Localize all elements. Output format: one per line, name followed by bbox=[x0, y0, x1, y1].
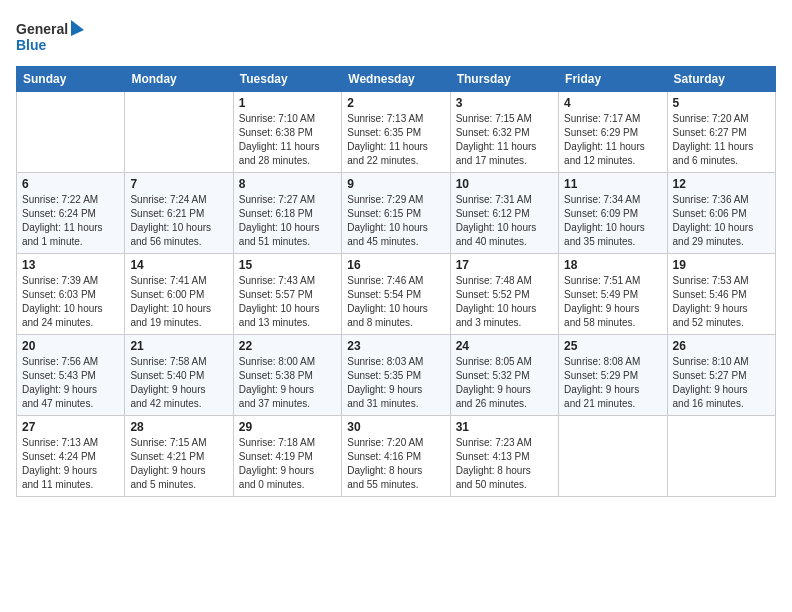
calendar-cell: 8Sunrise: 7:27 AM Sunset: 6:18 PM Daylig… bbox=[233, 173, 341, 254]
calendar-cell: 20Sunrise: 7:56 AM Sunset: 5:43 PM Dayli… bbox=[17, 335, 125, 416]
calendar-cell: 25Sunrise: 8:08 AM Sunset: 5:29 PM Dayli… bbox=[559, 335, 667, 416]
calendar-cell: 7Sunrise: 7:24 AM Sunset: 6:21 PM Daylig… bbox=[125, 173, 233, 254]
day-info: Sunrise: 7:36 AM Sunset: 6:06 PM Dayligh… bbox=[673, 193, 770, 249]
dow-header-sunday: Sunday bbox=[17, 67, 125, 92]
calendar-cell: 10Sunrise: 7:31 AM Sunset: 6:12 PM Dayli… bbox=[450, 173, 558, 254]
svg-text:Blue: Blue bbox=[16, 37, 47, 53]
day-info: Sunrise: 7:23 AM Sunset: 4:13 PM Dayligh… bbox=[456, 436, 553, 492]
calendar-cell: 31Sunrise: 7:23 AM Sunset: 4:13 PM Dayli… bbox=[450, 416, 558, 497]
day-number: 11 bbox=[564, 177, 661, 191]
day-number: 6 bbox=[22, 177, 119, 191]
day-number: 15 bbox=[239, 258, 336, 272]
day-info: Sunrise: 7:56 AM Sunset: 5:43 PM Dayligh… bbox=[22, 355, 119, 411]
day-number: 4 bbox=[564, 96, 661, 110]
day-number: 24 bbox=[456, 339, 553, 353]
calendar-cell: 15Sunrise: 7:43 AM Sunset: 5:57 PM Dayli… bbox=[233, 254, 341, 335]
calendar-week-4: 20Sunrise: 7:56 AM Sunset: 5:43 PM Dayli… bbox=[17, 335, 776, 416]
dow-header-thursday: Thursday bbox=[450, 67, 558, 92]
calendar-week-3: 13Sunrise: 7:39 AM Sunset: 6:03 PM Dayli… bbox=[17, 254, 776, 335]
day-info: Sunrise: 7:46 AM Sunset: 5:54 PM Dayligh… bbox=[347, 274, 444, 330]
day-info: Sunrise: 7:24 AM Sunset: 6:21 PM Dayligh… bbox=[130, 193, 227, 249]
calendar-cell: 2Sunrise: 7:13 AM Sunset: 6:35 PM Daylig… bbox=[342, 92, 450, 173]
day-info: Sunrise: 7:34 AM Sunset: 6:09 PM Dayligh… bbox=[564, 193, 661, 249]
day-info: Sunrise: 7:31 AM Sunset: 6:12 PM Dayligh… bbox=[456, 193, 553, 249]
day-info: Sunrise: 8:00 AM Sunset: 5:38 PM Dayligh… bbox=[239, 355, 336, 411]
dow-header-wednesday: Wednesday bbox=[342, 67, 450, 92]
day-number: 22 bbox=[239, 339, 336, 353]
day-number: 13 bbox=[22, 258, 119, 272]
logo: GeneralBlue bbox=[16, 16, 86, 58]
day-info: Sunrise: 7:29 AM Sunset: 6:15 PM Dayligh… bbox=[347, 193, 444, 249]
day-info: Sunrise: 7:43 AM Sunset: 5:57 PM Dayligh… bbox=[239, 274, 336, 330]
day-info: Sunrise: 8:08 AM Sunset: 5:29 PM Dayligh… bbox=[564, 355, 661, 411]
day-number: 29 bbox=[239, 420, 336, 434]
calendar-cell: 3Sunrise: 7:15 AM Sunset: 6:32 PM Daylig… bbox=[450, 92, 558, 173]
day-number: 25 bbox=[564, 339, 661, 353]
calendar-week-1: 1Sunrise: 7:10 AM Sunset: 6:38 PM Daylig… bbox=[17, 92, 776, 173]
day-info: Sunrise: 7:48 AM Sunset: 5:52 PM Dayligh… bbox=[456, 274, 553, 330]
calendar-cell: 5Sunrise: 7:20 AM Sunset: 6:27 PM Daylig… bbox=[667, 92, 775, 173]
day-number: 30 bbox=[347, 420, 444, 434]
calendar-cell: 13Sunrise: 7:39 AM Sunset: 6:03 PM Dayli… bbox=[17, 254, 125, 335]
day-number: 5 bbox=[673, 96, 770, 110]
calendar-cell: 1Sunrise: 7:10 AM Sunset: 6:38 PM Daylig… bbox=[233, 92, 341, 173]
dow-header-monday: Monday bbox=[125, 67, 233, 92]
calendar-cell: 19Sunrise: 7:53 AM Sunset: 5:46 PM Dayli… bbox=[667, 254, 775, 335]
day-info: Sunrise: 7:58 AM Sunset: 5:40 PM Dayligh… bbox=[130, 355, 227, 411]
day-number: 27 bbox=[22, 420, 119, 434]
day-number: 31 bbox=[456, 420, 553, 434]
day-info: Sunrise: 7:53 AM Sunset: 5:46 PM Dayligh… bbox=[673, 274, 770, 330]
calendar-cell bbox=[559, 416, 667, 497]
day-number: 18 bbox=[564, 258, 661, 272]
day-number: 16 bbox=[347, 258, 444, 272]
day-number: 28 bbox=[130, 420, 227, 434]
calendar-cell: 21Sunrise: 7:58 AM Sunset: 5:40 PM Dayli… bbox=[125, 335, 233, 416]
day-info: Sunrise: 7:41 AM Sunset: 6:00 PM Dayligh… bbox=[130, 274, 227, 330]
calendar-cell: 26Sunrise: 8:10 AM Sunset: 5:27 PM Dayli… bbox=[667, 335, 775, 416]
page-header: GeneralBlue bbox=[16, 16, 776, 58]
day-info: Sunrise: 7:20 AM Sunset: 6:27 PM Dayligh… bbox=[673, 112, 770, 168]
day-number: 10 bbox=[456, 177, 553, 191]
svg-text:General: General bbox=[16, 21, 68, 37]
day-number: 1 bbox=[239, 96, 336, 110]
calendar-cell: 27Sunrise: 7:13 AM Sunset: 4:24 PM Dayli… bbox=[17, 416, 125, 497]
calendar-cell: 23Sunrise: 8:03 AM Sunset: 5:35 PM Dayli… bbox=[342, 335, 450, 416]
dow-header-saturday: Saturday bbox=[667, 67, 775, 92]
day-number: 26 bbox=[673, 339, 770, 353]
calendar-table: SundayMondayTuesdayWednesdayThursdayFrid… bbox=[16, 66, 776, 497]
day-info: Sunrise: 7:22 AM Sunset: 6:24 PM Dayligh… bbox=[22, 193, 119, 249]
calendar-cell: 24Sunrise: 8:05 AM Sunset: 5:32 PM Dayli… bbox=[450, 335, 558, 416]
calendar-week-5: 27Sunrise: 7:13 AM Sunset: 4:24 PM Dayli… bbox=[17, 416, 776, 497]
day-info: Sunrise: 7:10 AM Sunset: 6:38 PM Dayligh… bbox=[239, 112, 336, 168]
day-number: 14 bbox=[130, 258, 227, 272]
day-number: 21 bbox=[130, 339, 227, 353]
calendar-cell: 29Sunrise: 7:18 AM Sunset: 4:19 PM Dayli… bbox=[233, 416, 341, 497]
day-info: Sunrise: 7:13 AM Sunset: 6:35 PM Dayligh… bbox=[347, 112, 444, 168]
calendar-cell: 14Sunrise: 7:41 AM Sunset: 6:00 PM Dayli… bbox=[125, 254, 233, 335]
calendar-cell bbox=[17, 92, 125, 173]
day-info: Sunrise: 7:15 AM Sunset: 4:21 PM Dayligh… bbox=[130, 436, 227, 492]
calendar-cell: 9Sunrise: 7:29 AM Sunset: 6:15 PM Daylig… bbox=[342, 173, 450, 254]
day-info: Sunrise: 8:10 AM Sunset: 5:27 PM Dayligh… bbox=[673, 355, 770, 411]
calendar-week-2: 6Sunrise: 7:22 AM Sunset: 6:24 PM Daylig… bbox=[17, 173, 776, 254]
day-number: 9 bbox=[347, 177, 444, 191]
day-info: Sunrise: 8:03 AM Sunset: 5:35 PM Dayligh… bbox=[347, 355, 444, 411]
day-number: 19 bbox=[673, 258, 770, 272]
day-info: Sunrise: 7:27 AM Sunset: 6:18 PM Dayligh… bbox=[239, 193, 336, 249]
calendar-cell: 28Sunrise: 7:15 AM Sunset: 4:21 PM Dayli… bbox=[125, 416, 233, 497]
day-info: Sunrise: 7:39 AM Sunset: 6:03 PM Dayligh… bbox=[22, 274, 119, 330]
day-number: 23 bbox=[347, 339, 444, 353]
day-number: 20 bbox=[22, 339, 119, 353]
day-info: Sunrise: 7:13 AM Sunset: 4:24 PM Dayligh… bbox=[22, 436, 119, 492]
day-info: Sunrise: 7:18 AM Sunset: 4:19 PM Dayligh… bbox=[239, 436, 336, 492]
day-number: 8 bbox=[239, 177, 336, 191]
calendar-cell: 22Sunrise: 8:00 AM Sunset: 5:38 PM Dayli… bbox=[233, 335, 341, 416]
calendar-cell: 17Sunrise: 7:48 AM Sunset: 5:52 PM Dayli… bbox=[450, 254, 558, 335]
day-info: Sunrise: 7:17 AM Sunset: 6:29 PM Dayligh… bbox=[564, 112, 661, 168]
day-info: Sunrise: 8:05 AM Sunset: 5:32 PM Dayligh… bbox=[456, 355, 553, 411]
calendar-cell: 12Sunrise: 7:36 AM Sunset: 6:06 PM Dayli… bbox=[667, 173, 775, 254]
logo-svg: GeneralBlue bbox=[16, 16, 86, 58]
dow-header-friday: Friday bbox=[559, 67, 667, 92]
day-number: 12 bbox=[673, 177, 770, 191]
day-number: 3 bbox=[456, 96, 553, 110]
